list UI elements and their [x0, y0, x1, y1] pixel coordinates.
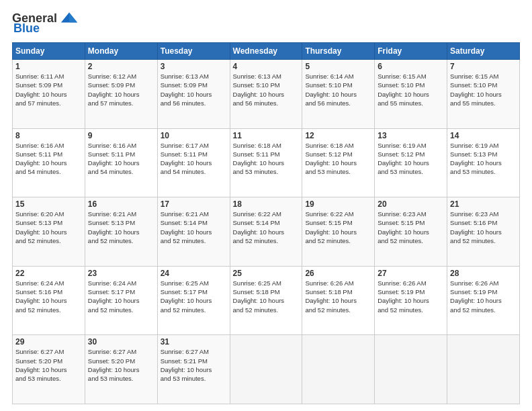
day-number: 10 — [161, 131, 227, 140]
header: General Blue — [12, 11, 520, 36]
day-info: Sunrise: 6:23 AMSunset: 5:16 PMDaylight:… — [450, 210, 517, 245]
day-cell: 25Sunrise: 6:25 AMSunset: 5:18 PMDayligh… — [230, 266, 302, 335]
day-cell: 3Sunrise: 6:13 AMSunset: 5:09 PMDaylight… — [157, 60, 230, 129]
day-number: 6 — [378, 62, 444, 71]
day-cell: 16Sunrise: 6:21 AMSunset: 5:13 PMDayligh… — [85, 197, 157, 267]
day-number: 21 — [450, 199, 517, 209]
day-info: Sunrise: 6:16 AMSunset: 5:11 PMDaylight:… — [15, 141, 82, 177]
day-number: 31 — [161, 337, 227, 347]
day-number: 20 — [378, 199, 444, 209]
week-row-2: 8Sunrise: 6:16 AMSunset: 5:11 PMDaylight… — [13, 128, 520, 197]
day-number: 23 — [88, 269, 154, 278]
day-number: 5 — [305, 62, 371, 71]
header-row: SundayMondayTuesdayWednesdayThursdayFrid… — [13, 43, 520, 60]
day-number: 8 — [15, 131, 82, 140]
day-info: Sunrise: 6:15 AMSunset: 5:10 PMDaylight:… — [450, 72, 517, 107]
day-cell: 30Sunrise: 6:27 AMSunset: 5:20 PMDayligh… — [85, 335, 157, 404]
col-header-wednesday: Wednesday — [230, 43, 302, 60]
svg-marker-1 — [69, 13, 77, 23]
day-number: 18 — [233, 199, 300, 209]
day-info: Sunrise: 6:13 AMSunset: 5:09 PMDaylight:… — [161, 72, 227, 107]
day-info: Sunrise: 6:17 AMSunset: 5:11 PMDaylight:… — [161, 141, 227, 177]
day-cell: 22Sunrise: 6:24 AMSunset: 5:16 PMDayligh… — [13, 266, 85, 335]
week-row-1: 1Sunrise: 6:11 AMSunset: 5:09 PMDaylight… — [13, 60, 520, 129]
day-cell: 1Sunrise: 6:11 AMSunset: 5:09 PMDaylight… — [13, 60, 85, 129]
day-cell: 6Sunrise: 6:15 AMSunset: 5:10 PMDaylight… — [375, 60, 447, 129]
day-cell: 21Sunrise: 6:23 AMSunset: 5:16 PMDayligh… — [447, 197, 520, 267]
day-cell: 15Sunrise: 6:20 AMSunset: 5:13 PMDayligh… — [13, 197, 85, 267]
day-number: 16 — [88, 199, 154, 209]
day-info: Sunrise: 6:20 AMSunset: 5:13 PMDaylight:… — [15, 210, 82, 245]
day-cell: 5Sunrise: 6:14 AMSunset: 5:10 PMDaylight… — [302, 60, 375, 129]
day-cell — [302, 335, 375, 404]
day-info: Sunrise: 6:22 AMSunset: 5:15 PMDaylight:… — [305, 210, 371, 245]
logo-icon — [60, 11, 79, 26]
col-header-tuesday: Tuesday — [157, 43, 230, 60]
day-info: Sunrise: 6:21 AMSunset: 5:13 PMDaylight:… — [88, 210, 154, 245]
logo-blue: Blue — [13, 21, 40, 36]
day-info: Sunrise: 6:26 AMSunset: 5:19 PMDaylight:… — [450, 279, 517, 314]
week-row-4: 22Sunrise: 6:24 AMSunset: 5:16 PMDayligh… — [13, 266, 520, 335]
day-cell — [230, 335, 302, 404]
day-cell: 2Sunrise: 6:12 AMSunset: 5:09 PMDaylight… — [85, 60, 157, 129]
day-info: Sunrise: 6:14 AMSunset: 5:10 PMDaylight:… — [305, 72, 371, 107]
week-row-3: 15Sunrise: 6:20 AMSunset: 5:13 PMDayligh… — [13, 197, 520, 267]
day-cell: 14Sunrise: 6:19 AMSunset: 5:13 PMDayligh… — [447, 128, 520, 197]
day-info: Sunrise: 6:21 AMSunset: 5:14 PMDaylight:… — [161, 210, 227, 245]
calendar-table: SundayMondayTuesdayWednesdayThursdayFrid… — [12, 42, 520, 404]
day-cell: 9Sunrise: 6:16 AMSunset: 5:11 PMDaylight… — [85, 128, 157, 197]
day-info: Sunrise: 6:19 AMSunset: 5:12 PMDaylight:… — [378, 141, 444, 177]
col-header-saturday: Saturday — [447, 43, 520, 60]
day-cell: 24Sunrise: 6:25 AMSunset: 5:17 PMDayligh… — [157, 266, 230, 335]
day-info: Sunrise: 6:15 AMSunset: 5:10 PMDaylight:… — [378, 72, 444, 107]
day-cell — [375, 335, 447, 404]
day-cell: 19Sunrise: 6:22 AMSunset: 5:15 PMDayligh… — [302, 197, 375, 267]
day-number: 19 — [305, 199, 371, 209]
day-number: 1 — [15, 62, 82, 71]
day-cell: 18Sunrise: 6:22 AMSunset: 5:14 PMDayligh… — [230, 197, 302, 267]
day-number: 13 — [378, 131, 444, 140]
day-number: 2 — [88, 62, 154, 71]
day-number: 24 — [161, 269, 227, 278]
col-header-sunday: Sunday — [13, 43, 85, 60]
day-cell: 12Sunrise: 6:18 AMSunset: 5:12 PMDayligh… — [302, 128, 375, 197]
day-number: 26 — [305, 269, 371, 278]
day-info: Sunrise: 6:24 AMSunset: 5:17 PMDaylight:… — [88, 279, 154, 314]
day-cell: 10Sunrise: 6:17 AMSunset: 5:11 PMDayligh… — [157, 128, 230, 197]
day-number: 14 — [450, 131, 517, 140]
day-info: Sunrise: 6:12 AMSunset: 5:09 PMDaylight:… — [88, 72, 154, 107]
day-info: Sunrise: 6:27 AMSunset: 5:20 PMDaylight:… — [15, 347, 82, 383]
day-number: 4 — [233, 62, 300, 71]
day-number: 27 — [378, 269, 444, 278]
day-number: 7 — [450, 62, 517, 71]
day-number: 22 — [15, 269, 82, 278]
day-cell: 7Sunrise: 6:15 AMSunset: 5:10 PMDaylight… — [447, 60, 520, 129]
day-info: Sunrise: 6:16 AMSunset: 5:11 PMDaylight:… — [88, 141, 154, 177]
day-number: 25 — [233, 269, 300, 278]
day-number: 15 — [15, 199, 82, 209]
day-cell: 23Sunrise: 6:24 AMSunset: 5:17 PMDayligh… — [85, 266, 157, 335]
week-row-5: 29Sunrise: 6:27 AMSunset: 5:20 PMDayligh… — [13, 335, 520, 404]
day-info: Sunrise: 6:26 AMSunset: 5:18 PMDaylight:… — [305, 279, 371, 314]
day-info: Sunrise: 6:22 AMSunset: 5:14 PMDaylight:… — [233, 210, 300, 245]
col-header-friday: Friday — [375, 43, 447, 60]
day-number: 30 — [88, 337, 154, 347]
day-cell: 4Sunrise: 6:13 AMSunset: 5:10 PMDaylight… — [230, 60, 302, 129]
day-info: Sunrise: 6:11 AMSunset: 5:09 PMDaylight:… — [15, 72, 82, 107]
day-number: 17 — [161, 199, 227, 209]
day-cell: 27Sunrise: 6:26 AMSunset: 5:19 PMDayligh… — [375, 266, 447, 335]
day-cell: 20Sunrise: 6:23 AMSunset: 5:15 PMDayligh… — [375, 197, 447, 267]
logo-area: General Blue — [12, 11, 79, 36]
day-cell: 13Sunrise: 6:19 AMSunset: 5:12 PMDayligh… — [375, 128, 447, 197]
day-number: 12 — [305, 131, 371, 140]
day-number: 3 — [161, 62, 227, 71]
day-info: Sunrise: 6:27 AMSunset: 5:20 PMDaylight:… — [88, 347, 154, 383]
day-number: 29 — [15, 337, 82, 347]
day-info: Sunrise: 6:18 AMSunset: 5:11 PMDaylight:… — [233, 141, 300, 177]
day-info: Sunrise: 6:24 AMSunset: 5:16 PMDaylight:… — [15, 279, 82, 314]
day-info: Sunrise: 6:26 AMSunset: 5:19 PMDaylight:… — [378, 279, 444, 314]
day-info: Sunrise: 6:18 AMSunset: 5:12 PMDaylight:… — [305, 141, 371, 177]
day-cell: 11Sunrise: 6:18 AMSunset: 5:11 PMDayligh… — [230, 128, 302, 197]
day-info: Sunrise: 6:23 AMSunset: 5:15 PMDaylight:… — [378, 210, 444, 245]
day-cell: 28Sunrise: 6:26 AMSunset: 5:19 PMDayligh… — [447, 266, 520, 335]
